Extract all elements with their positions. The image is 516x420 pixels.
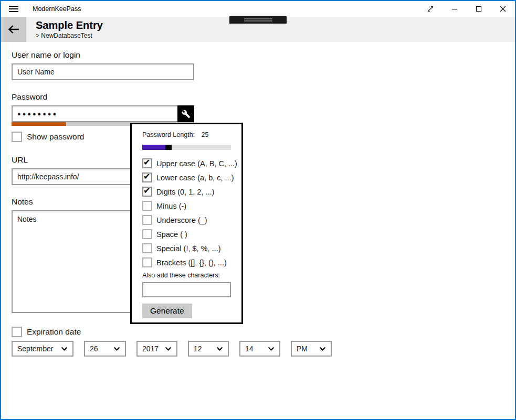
hamburger-icon [9, 4, 18, 14]
option-row-brackets: Brackets ([], {}, (), ...) [142, 257, 231, 267]
option-row-lowercase: Lower case (a, b, c, ...) [142, 173, 231, 182]
password-length-label: Password Length: [142, 131, 195, 138]
brackets-checkbox[interactable] [142, 257, 152, 267]
lowercase-checkbox[interactable] [142, 173, 152, 182]
brackets-label: Brackets ([], {}, (), ...) [156, 259, 227, 267]
year-value: 2017 [142, 344, 159, 353]
lowercase-label: Lower case (a, b, c, ...) [156, 174, 234, 182]
day-dropdown[interactable]: 26 [84, 341, 126, 357]
chevron-down-icon [216, 347, 223, 351]
expiration-row: Expiration date [12, 327, 515, 337]
password-generator-button[interactable] [177, 105, 194, 122]
password-length-slider[interactable] [142, 145, 231, 150]
title-bar: ModernKeePass [1, 1, 515, 17]
close-button[interactable] [491, 1, 515, 17]
password-length-value: 25 [202, 131, 209, 138]
uppercase-label: Upper case (A, B, C, ...) [156, 159, 237, 168]
password-generator-popup: Password Length: 25 Upper case (A, B, C,… [130, 123, 243, 324]
hour-value: 12 [194, 344, 202, 353]
also-add-label: Also add these characters: [142, 272, 231, 279]
digits-checkbox[interactable] [142, 187, 152, 197]
underscore-checkbox[interactable] [142, 215, 152, 225]
expiration-label: Expiration date [27, 327, 81, 337]
uppercase-checkbox[interactable] [142, 158, 152, 168]
option-row-special: Special (!, $, %, ...) [142, 243, 231, 253]
page-title: Sample Entry [36, 18, 103, 32]
minute-value: 14 [245, 344, 254, 353]
chevron-down-icon [319, 347, 326, 351]
special-checkbox[interactable] [142, 243, 152, 253]
show-password-label: Show password [27, 132, 84, 142]
password-length-row: Password Length: 25 [142, 131, 231, 138]
space-checkbox[interactable] [142, 229, 152, 239]
diagonal-resize-icon [427, 5, 434, 13]
username-label: User name or login [12, 50, 515, 60]
slider-thumb[interactable] [165, 145, 172, 150]
minus-label: Minus (-) [156, 202, 186, 210]
minute-dropdown[interactable]: 14 [239, 341, 280, 357]
username-input[interactable] [12, 63, 194, 80]
password-strength-fill [12, 122, 66, 126]
hour-dropdown[interactable]: 12 [188, 341, 229, 357]
app-title: ModernKeePass [33, 5, 81, 13]
option-row-minus: Minus (-) [142, 201, 231, 211]
expiration-checkbox[interactable] [12, 327, 22, 337]
chevron-down-icon [113, 347, 120, 351]
close-icon [500, 6, 506, 12]
option-row-space: Space ( ) [142, 229, 231, 239]
maximize-icon [476, 6, 482, 12]
expiration-date-row: September 26 2017 12 14 PM [12, 341, 515, 357]
minus-checkbox[interactable] [142, 201, 152, 211]
space-label: Space ( ) [156, 230, 187, 239]
url-label: URL [12, 155, 515, 165]
password-input[interactable]: ●●●●●●●● [12, 105, 194, 122]
app-window: ModernKeePass Sample Entry > NewDatabase… [0, 0, 516, 420]
option-row-digits: Digits (0, 1, 2, ...) [142, 187, 231, 197]
chevron-down-icon [61, 347, 68, 351]
window-controls [418, 1, 515, 17]
back-arrow-icon [8, 25, 19, 34]
ampm-dropdown[interactable]: PM [291, 341, 332, 357]
entry-form: User name or login Password ●●●●●●●● Sho… [1, 42, 515, 357]
wrench-icon [182, 110, 191, 119]
password-label: Password [12, 92, 515, 102]
underscore-label: Underscore (_) [156, 216, 207, 224]
also-add-input[interactable] [142, 282, 231, 297]
hamburger-menu-button[interactable] [1, 1, 26, 17]
header-text: Sample Entry > NewDatabaseTest [36, 17, 103, 42]
maximize-button[interactable] [467, 1, 491, 17]
breadcrumb: > NewDatabaseTest [36, 32, 103, 39]
chevron-down-icon [165, 347, 172, 351]
slider-fill [142, 145, 165, 150]
month-dropdown[interactable]: September [12, 341, 73, 357]
ampm-value: PM [297, 344, 308, 353]
charset-options: Upper case (A, B, C, ...) Lower case (a,… [142, 158, 231, 267]
notes-label: Notes [12, 197, 515, 207]
option-row-underscore: Underscore (_) [142, 215, 231, 225]
digits-label: Digits (0, 1, 2, ...) [156, 188, 214, 196]
minimize-icon [451, 6, 458, 12]
fullscreen-button[interactable] [418, 1, 443, 17]
minimize-button[interactable] [443, 1, 467, 17]
titlebar-drag-grabber[interactable] [229, 16, 287, 24]
back-button[interactable] [1, 17, 26, 42]
option-row-uppercase: Upper case (A, B, C, ...) [142, 158, 231, 168]
month-value: September [17, 344, 53, 353]
generate-button[interactable]: Generate [142, 304, 192, 318]
show-password-checkbox[interactable] [12, 132, 22, 142]
chevron-down-icon [268, 347, 275, 351]
day-value: 26 [90, 344, 98, 353]
year-dropdown[interactable]: 2017 [136, 341, 177, 357]
show-password-row: Show password [12, 132, 515, 142]
special-label: Special (!, $, %, ...) [156, 244, 221, 253]
